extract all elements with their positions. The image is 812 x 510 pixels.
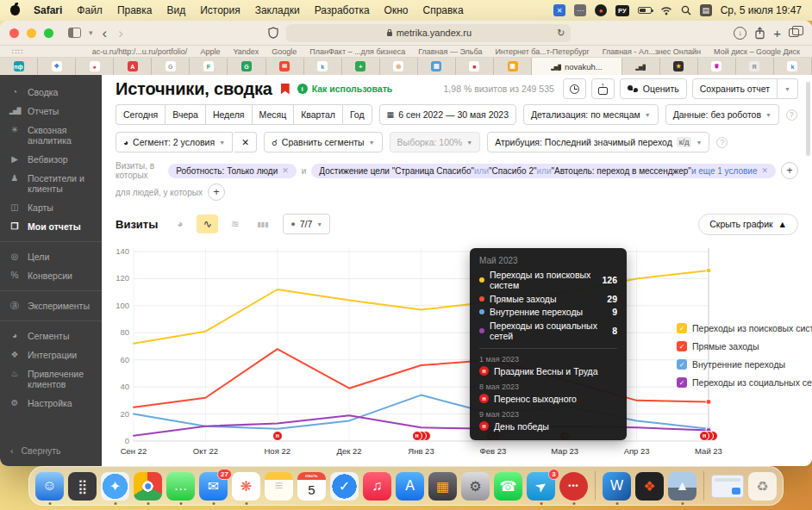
zoom-window-button[interactable] (44, 28, 53, 38)
privacy-shield-icon[interactable] (268, 27, 278, 39)
chip-close-icon[interactable]: ✕ (282, 166, 289, 175)
menu-item-1[interactable]: Файл (77, 4, 103, 16)
period-quarter-button[interactable]: Квартал (293, 104, 342, 125)
tab-chart[interactable]: ▂▅█ (622, 58, 660, 75)
bookmark-item-5[interactable]: Главная — Эльба (418, 47, 482, 56)
bookmark-item-8[interactable]: Мой диск – Google Диск (714, 47, 800, 56)
tab-a-red[interactable]: A (114, 58, 152, 75)
minimize-window-button[interactable] (27, 28, 36, 38)
history-button[interactable] (563, 78, 586, 99)
sidebar-item-maps[interactable]: ◫Карты (0, 198, 102, 217)
help-icon[interactable]: ? (786, 109, 797, 121)
dock-chrome[interactable]: ● (134, 472, 162, 501)
tab-mail[interactable]: ✉ (266, 58, 304, 75)
sidebar-toggle-icon[interactable] (68, 28, 81, 38)
sidebar-item-settings[interactable]: ⚙Настройка (0, 394, 102, 413)
help-icon-2[interactable]: ? (716, 137, 728, 148)
dock-graphics-app[interactable]: ▲ (668, 472, 696, 501)
legend-item-2[interactable]: ✓Внутренние переходы (677, 359, 812, 370)
sidebar-item-summary[interactable]: ◔Сводка (0, 83, 102, 102)
tab-key-blue-2[interactable]: k (774, 58, 812, 75)
dock-music[interactable]: ♫ (363, 472, 391, 501)
sidebar-item-cross-analytics[interactable]: ✳Сквозная аналитика (0, 121, 102, 150)
segment-clear-button[interactable]: ✕ (234, 132, 257, 152)
sidebar-item-integrations[interactable]: ❖Интеграции (0, 345, 102, 364)
bookmark-item-6[interactable]: Интернет ба...т-Петербург (496, 47, 590, 56)
sidebar-item-my-reports[interactable]: ❐Мои отчеты (0, 217, 102, 236)
legend-item-3[interactable]: ✓Переходы из социальных сетей (677, 377, 812, 388)
chip-close-icon[interactable]: ✕ (761, 166, 768, 175)
tab-g-green[interactable]: G (228, 58, 265, 75)
compare-segments-dropdown[interactable]: ☌Сравнить сегменты▼ (264, 132, 383, 152)
rate-button[interactable]: Оценить (620, 78, 687, 99)
filter-chip-robots[interactable]: Роботность: Только люди✕ (168, 164, 297, 178)
menu-item-7[interactable]: Окно (384, 4, 409, 16)
data-mode-dropdown[interactable]: Данные: без роботов▼ (665, 104, 779, 125)
detalization-dropdown[interactable]: Детализация: по месяцам▼ (523, 104, 659, 125)
menubar-clock[interactable]: Ср, 5 июля 19:47 (721, 4, 802, 16)
downloads-icon[interactable]: ↓ (734, 27, 746, 40)
tab-briefcase[interactable]: ▣ (494, 58, 532, 75)
line-chart-type-icon[interactable]: ∿ (197, 215, 218, 233)
period-today-button[interactable]: Сегодня (116, 104, 165, 125)
reload-icon[interactable]: ↻ (557, 28, 565, 39)
apple-menu-icon[interactable] (10, 5, 20, 16)
sidebar-item-acquisition[interactable]: ♨Привлечение клиентов (0, 364, 102, 394)
legend-item-1[interactable]: ✓Прямые заходы (677, 341, 812, 351)
sidebar-item-webvisor[interactable]: ▶Вебвизор (0, 150, 102, 169)
visits-chart[interactable]: 020406080100120140Сен 22Окт 22Ноя 22Дек … (116, 242, 798, 463)
address-bar[interactable]: metrika.yandex.ru ↻ (286, 24, 571, 42)
wifi-icon[interactable] (660, 6, 672, 16)
save-report-dropdown[interactable]: ▼ (778, 78, 798, 99)
attribution-dropdown[interactable]: Атрибуция: Последний значимый переходк/д… (487, 132, 709, 152)
share-icon[interactable] (754, 27, 765, 40)
tab-key-blue[interactable]: k (304, 58, 342, 75)
control-center-icon[interactable]: ▤ (700, 4, 712, 16)
sidebar-item-segments[interactable]: ◕Сегменты (0, 327, 102, 345)
tab-f-green[interactable]: F (190, 58, 228, 75)
more-menu-icon[interactable]: ⋯ (574, 4, 586, 16)
app-status-icon[interactable]: ● (595, 4, 607, 16)
scrollbar[interactable] (806, 82, 810, 156)
period-yesterday-button[interactable]: Вчера (165, 104, 205, 125)
dock-messages[interactable]: … (166, 472, 195, 501)
close-window-button[interactable] (9, 28, 19, 38)
bookmark-item-4[interactable]: ПланФакт – ...для бизнеса (309, 47, 405, 56)
battery-icon[interactable] (638, 7, 652, 14)
tab-doc-blue[interactable]: ▤ (418, 58, 456, 75)
dock-system-settings[interactable]: ⚙ (461, 472, 490, 501)
hide-chart-button[interactable]: Скрыть график▲ (698, 214, 798, 235)
menu-item-3[interactable]: Вид (166, 4, 185, 16)
menu-item-5[interactable]: Закладки (255, 4, 300, 16)
tab-circle-tan[interactable]: ◉ (380, 58, 418, 75)
sidebar-item-experiments[interactable]: ⓐЭксперименты (0, 296, 102, 315)
period-week-button[interactable]: Неделя (205, 104, 252, 125)
dock-mail[interactable]: ✉27 (199, 472, 228, 501)
dock-figma[interactable]: ❖ (635, 472, 664, 501)
sidebar-item-conversions[interactable]: %Конверсии (0, 266, 102, 285)
period-year-button[interactable]: Год (342, 104, 372, 125)
bookmark-item-1[interactable]: Apple (200, 47, 220, 56)
dock-word[interactable]: W (603, 472, 631, 501)
menu-item-4[interactable]: История (200, 4, 240, 16)
sampling-dropdown[interactable]: Выборка: 100%▼ (390, 132, 481, 152)
tab-overview-icon[interactable] (789, 28, 799, 37)
add-people-filter-button[interactable]: + (208, 183, 225, 201)
legend-item-0[interactable]: ✓Переходы из поисковых систем (677, 323, 812, 333)
favorites-grid-icon[interactable]: ∷∷ (12, 47, 23, 56)
tab-ornament[interactable]: ❖ (38, 58, 76, 75)
menu-item-6[interactable]: Разработка (315, 4, 370, 16)
bookmark-item-3[interactable]: Google (272, 47, 297, 56)
filter-chip-goals[interactable]: Достижение цели "Страница Спасибо" или "… (311, 164, 776, 178)
menu-item-0[interactable]: Safari (34, 4, 62, 16)
spotlight-search-icon[interactable] (681, 5, 691, 16)
dock-whatsapp[interactable]: ☎ (494, 472, 522, 501)
dock-calendar[interactable]: июль5 (297, 472, 326, 501)
dock-minimized-window[interactable] (711, 475, 744, 498)
tab-plus-green[interactable]: + (342, 58, 380, 75)
tab-star-dark[interactable]: ★ (660, 58, 698, 75)
sidebar-item-visitors[interactable]: ♟Посетители и клиенты (0, 169, 102, 198)
dock-finder[interactable]: ☺ (35, 472, 64, 501)
tab-red-pin[interactable]: ● (76, 58, 114, 75)
dock-calculator[interactable]: ▦ (428, 472, 457, 501)
